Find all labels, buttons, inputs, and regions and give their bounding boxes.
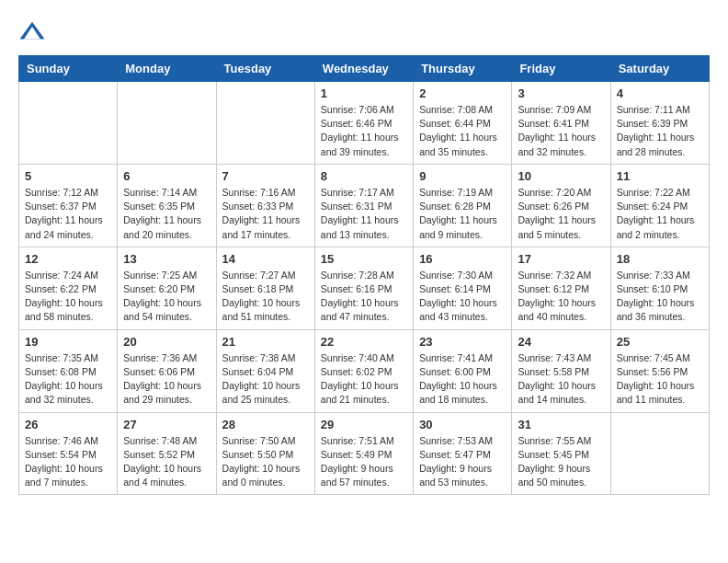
day-number: 30	[419, 418, 506, 431]
calendar-day-cell: 29Sunrise: 7:51 AM Sunset: 5:49 PM Dayli…	[314, 412, 413, 495]
day-number: 23	[419, 335, 506, 349]
calendar-week-row: 19Sunrise: 7:35 AM Sunset: 6:08 PM Dayli…	[19, 329, 710, 412]
day-info: Sunrise: 7:45 AM Sunset: 5:56 PM Dayligh…	[617, 351, 703, 408]
day-number: 8	[321, 169, 407, 183]
calendar-day-cell: 11Sunrise: 7:22 AM Sunset: 6:24 PM Dayli…	[610, 164, 709, 247]
day-of-week-header: Friday	[512, 56, 610, 82]
calendar-week-row: 12Sunrise: 7:24 AM Sunset: 6:22 PM Dayli…	[19, 247, 710, 329]
calendar-day-cell: 24Sunrise: 7:43 AM Sunset: 5:58 PM Dayli…	[512, 329, 610, 412]
day-info: Sunrise: 7:11 AM Sunset: 6:39 PM Dayligh…	[617, 103, 703, 159]
day-info: Sunrise: 7:50 AM Sunset: 5:50 PM Dayligh…	[222, 434, 309, 490]
calendar-day-cell: 15Sunrise: 7:28 AM Sunset: 6:16 PM Dayli…	[314, 247, 413, 329]
day-info: Sunrise: 7:48 AM Sunset: 5:52 PM Dayligh…	[123, 434, 210, 490]
day-info: Sunrise: 7:22 AM Sunset: 6:24 PM Dayligh…	[617, 186, 703, 242]
day-number: 21	[222, 335, 309, 349]
calendar-day-cell: 16Sunrise: 7:30 AM Sunset: 6:14 PM Dayli…	[414, 247, 512, 329]
day-number: 6	[123, 169, 210, 183]
day-of-week-header: Tuesday	[216, 56, 314, 82]
day-number: 31	[518, 418, 604, 431]
day-number: 17	[518, 252, 604, 266]
logo	[18, 18, 50, 46]
day-number: 7	[222, 169, 309, 183]
day-number: 27	[123, 418, 210, 431]
calendar-day-cell: 31Sunrise: 7:55 AM Sunset: 5:45 PM Dayli…	[512, 412, 610, 495]
day-info: Sunrise: 7:16 AM Sunset: 6:33 PM Dayligh…	[222, 186, 309, 242]
calendar-day-cell: 20Sunrise: 7:36 AM Sunset: 6:06 PM Dayli…	[118, 329, 216, 412]
calendar-table: SundayMondayTuesdayWednesdayThursdayFrid…	[18, 55, 710, 495]
calendar-day-cell	[216, 82, 314, 165]
day-info: Sunrise: 7:51 AM Sunset: 5:49 PM Dayligh…	[321, 434, 407, 490]
calendar-day-cell: 7Sunrise: 7:16 AM Sunset: 6:33 PM Daylig…	[216, 164, 314, 247]
day-info: Sunrise: 7:53 AM Sunset: 5:47 PM Dayligh…	[419, 434, 506, 490]
day-number: 18	[617, 252, 703, 266]
day-info: Sunrise: 7:32 AM Sunset: 6:12 PM Dayligh…	[518, 269, 604, 325]
day-info: Sunrise: 7:38 AM Sunset: 6:04 PM Dayligh…	[222, 351, 309, 408]
day-info: Sunrise: 7:33 AM Sunset: 6:10 PM Dayligh…	[617, 269, 703, 325]
day-number: 29	[321, 418, 407, 431]
day-info: Sunrise: 7:25 AM Sunset: 6:20 PM Dayligh…	[123, 269, 210, 325]
day-number: 11	[617, 169, 703, 183]
calendar-day-cell: 12Sunrise: 7:24 AM Sunset: 6:22 PM Dayli…	[19, 247, 118, 329]
day-of-week-header: Thursday	[414, 56, 512, 82]
day-number: 10	[518, 169, 604, 183]
page-header	[18, 18, 710, 46]
calendar-day-cell: 23Sunrise: 7:41 AM Sunset: 6:00 PM Dayli…	[414, 329, 512, 412]
day-of-week-header: Sunday	[19, 56, 118, 82]
calendar-day-cell: 1Sunrise: 7:06 AM Sunset: 6:46 PM Daylig…	[314, 82, 413, 165]
day-number: 25	[617, 335, 703, 349]
day-info: Sunrise: 7:24 AM Sunset: 6:22 PM Dayligh…	[25, 269, 111, 325]
day-number: 16	[419, 252, 506, 266]
day-info: Sunrise: 7:19 AM Sunset: 6:28 PM Dayligh…	[419, 186, 506, 242]
logo-icon	[18, 18, 46, 46]
calendar-day-cell: 26Sunrise: 7:46 AM Sunset: 5:54 PM Dayli…	[19, 412, 118, 495]
day-number: 13	[123, 252, 210, 266]
calendar-week-row: 26Sunrise: 7:46 AM Sunset: 5:54 PM Dayli…	[19, 412, 710, 495]
calendar-day-cell: 3Sunrise: 7:09 AM Sunset: 6:41 PM Daylig…	[512, 82, 610, 165]
day-info: Sunrise: 7:27 AM Sunset: 6:18 PM Dayligh…	[222, 269, 309, 325]
day-info: Sunrise: 7:43 AM Sunset: 5:58 PM Dayligh…	[518, 351, 604, 408]
day-info: Sunrise: 7:17 AM Sunset: 6:31 PM Dayligh…	[321, 186, 407, 242]
calendar-day-cell: 9Sunrise: 7:19 AM Sunset: 6:28 PM Daylig…	[414, 164, 512, 247]
day-info: Sunrise: 7:55 AM Sunset: 5:45 PM Dayligh…	[518, 434, 604, 490]
day-number: 4	[617, 86, 703, 100]
calendar-day-cell: 27Sunrise: 7:48 AM Sunset: 5:52 PM Dayli…	[118, 412, 216, 495]
calendar-day-cell: 30Sunrise: 7:53 AM Sunset: 5:47 PM Dayli…	[414, 412, 512, 495]
day-info: Sunrise: 7:14 AM Sunset: 6:35 PM Dayligh…	[123, 186, 210, 242]
day-number: 19	[25, 335, 111, 349]
calendar-week-row: 5Sunrise: 7:12 AM Sunset: 6:37 PM Daylig…	[19, 164, 710, 247]
day-info: Sunrise: 7:40 AM Sunset: 6:02 PM Dayligh…	[321, 351, 407, 408]
calendar-day-cell: 17Sunrise: 7:32 AM Sunset: 6:12 PM Dayli…	[512, 247, 610, 329]
calendar-day-cell: 10Sunrise: 7:20 AM Sunset: 6:26 PM Dayli…	[512, 164, 610, 247]
day-info: Sunrise: 7:46 AM Sunset: 5:54 PM Dayligh…	[25, 434, 111, 490]
calendar-day-cell	[610, 412, 709, 495]
day-of-week-header: Wednesday	[314, 56, 413, 82]
day-info: Sunrise: 7:28 AM Sunset: 6:16 PM Dayligh…	[321, 269, 407, 325]
day-info: Sunrise: 7:09 AM Sunset: 6:41 PM Dayligh…	[518, 103, 604, 159]
calendar-day-cell: 28Sunrise: 7:50 AM Sunset: 5:50 PM Dayli…	[216, 412, 314, 495]
day-info: Sunrise: 7:08 AM Sunset: 6:44 PM Dayligh…	[419, 103, 506, 159]
calendar-week-row: 1Sunrise: 7:06 AM Sunset: 6:46 PM Daylig…	[19, 82, 710, 165]
day-info: Sunrise: 7:20 AM Sunset: 6:26 PM Dayligh…	[518, 186, 604, 242]
day-info: Sunrise: 7:12 AM Sunset: 6:37 PM Dayligh…	[25, 186, 111, 242]
day-info: Sunrise: 7:06 AM Sunset: 6:46 PM Dayligh…	[321, 103, 407, 159]
day-number: 1	[321, 86, 407, 100]
day-number: 5	[25, 169, 111, 183]
calendar-day-cell: 22Sunrise: 7:40 AM Sunset: 6:02 PM Dayli…	[314, 329, 413, 412]
day-number: 20	[123, 335, 210, 349]
day-number: 24	[518, 335, 604, 349]
day-number: 3	[518, 86, 604, 100]
day-number: 15	[321, 252, 407, 266]
calendar-day-cell: 18Sunrise: 7:33 AM Sunset: 6:10 PM Dayli…	[610, 247, 709, 329]
day-of-week-header: Monday	[118, 56, 216, 82]
calendar-day-cell: 5Sunrise: 7:12 AM Sunset: 6:37 PM Daylig…	[19, 164, 118, 247]
day-number: 26	[25, 418, 111, 431]
calendar-day-cell: 19Sunrise: 7:35 AM Sunset: 6:08 PM Dayli…	[19, 329, 118, 412]
day-of-week-header: Saturday	[610, 56, 709, 82]
day-number: 22	[321, 335, 407, 349]
calendar-day-cell: 2Sunrise: 7:08 AM Sunset: 6:44 PM Daylig…	[414, 82, 512, 165]
day-number: 28	[222, 418, 309, 431]
day-info: Sunrise: 7:41 AM Sunset: 6:00 PM Dayligh…	[419, 351, 506, 408]
calendar-day-cell: 4Sunrise: 7:11 AM Sunset: 6:39 PM Daylig…	[610, 82, 709, 165]
calendar-day-cell: 21Sunrise: 7:38 AM Sunset: 6:04 PM Dayli…	[216, 329, 314, 412]
calendar-day-cell	[19, 82, 118, 165]
